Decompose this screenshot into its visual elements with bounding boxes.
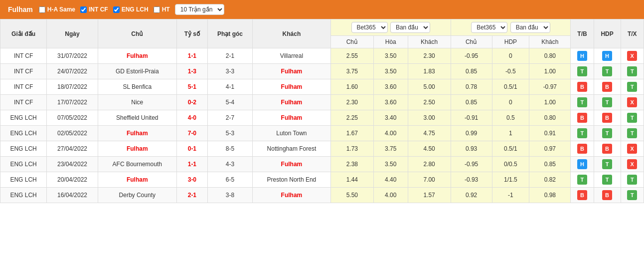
date-cell: 24/07/2022 <box>47 64 98 79</box>
date-cell: 23/04/2022 <box>47 157 98 172</box>
tx-badge: X <box>627 51 637 61</box>
hoa1-cell: 3.75 <box>373 141 408 157</box>
chu1-cell: 2.30 <box>330 95 373 110</box>
league-cell: INT CF <box>0 79 47 95</box>
int-cf-label: INT CF <box>89 6 108 13</box>
tb-badge: H <box>577 159 587 169</box>
ban-dau-dropdown-2[interactable]: Ban đầu <box>510 22 550 33</box>
table-row: ENG LCH 02/05/2022 Fulham 7-0 5-3 Luton … <box>0 126 644 141</box>
away-team: Nottingham Forest <box>267 145 317 152</box>
tx-badge: X <box>627 159 637 169</box>
tx-cell: T <box>621 64 644 79</box>
khach2-cell: 0.98 <box>529 188 571 203</box>
home-team: Nice <box>131 99 143 106</box>
away-cell: Fulham <box>252 110 330 126</box>
hdp-cell: T <box>594 172 621 188</box>
tx-cell: T <box>621 110 644 126</box>
hoa1-cell: 4.00 <box>373 126 408 141</box>
col-ty-so: Tỷ số <box>176 19 207 48</box>
score-cell: 5-1 <box>176 79 207 95</box>
away-cell: Luton Town <box>252 126 330 141</box>
sub-hoa-1: Hòa <box>373 36 408 48</box>
sub-khach-1: Khách <box>408 36 451 48</box>
home-cell: Nice <box>98 95 176 110</box>
home-cell: Fulham <box>98 48 176 64</box>
col-hdp-header: HDP <box>594 19 621 48</box>
chu2-cell: -0.95 <box>451 157 492 172</box>
khach2-cell: 0.82 <box>529 172 571 188</box>
eng-lch-checkbox[interactable] <box>113 6 120 13</box>
int-cf-checkbox[interactable] <box>80 6 87 13</box>
hdp-cell: B <box>594 141 621 157</box>
recent-matches-dropdown[interactable]: 10 Trận gần 5 Trận gần 20 Trận gần <box>175 4 224 15</box>
date-cell: 18/07/2022 <box>47 79 98 95</box>
corner-cell: 4-1 <box>208 79 253 95</box>
away-cell: Preston North End <box>252 172 330 188</box>
corner-cell: 2-1 <box>208 48 253 64</box>
khach2-cell: 0.85 <box>529 157 571 172</box>
table-row: INT CF 18/07/2022 SL Benfica 5-1 4-1 Ful… <box>0 79 644 95</box>
chu2-cell: 0.99 <box>451 126 492 141</box>
bet365-dropdown-2[interactable]: Bet365 <box>471 22 507 33</box>
hdp2-cell: 0 <box>492 48 529 64</box>
hdp-cell: T <box>594 64 621 79</box>
hdp2-cell: -1 <box>492 188 529 203</box>
tb-badge: B <box>577 144 587 154</box>
away-team: Luton Town <box>276 130 307 137</box>
ht-checkbox[interactable] <box>154 6 160 13</box>
bet365-dropdown-1[interactable]: Bet365 <box>351 22 388 33</box>
hoa1-cell: 3.60 <box>373 95 408 110</box>
corner-cell: 3-8 <box>208 188 253 203</box>
chu2-cell: -0.95 <box>451 48 492 64</box>
khach1-cell: 7.00 <box>408 172 451 188</box>
table-row: INT CF 17/07/2022 Nice 0-2 5-4 Fulham 2.… <box>0 95 644 110</box>
hoa1-cell: 3.50 <box>373 48 408 64</box>
eng-lch-label: ENG LCH <box>122 6 149 13</box>
sub-chu-2: Chủ <box>451 36 492 48</box>
col-giai-dau: Giải đấu <box>0 19 47 48</box>
tb-badge: T <box>577 175 587 185</box>
away-team: Fulham <box>281 83 303 90</box>
score-cell: 2-1 <box>176 188 207 203</box>
col-tx-header: T/X <box>621 19 644 48</box>
chu1-cell: 1.44 <box>330 172 373 188</box>
chu1-cell: 3.75 <box>330 64 373 79</box>
tx-cell: T <box>621 172 644 188</box>
khach2-cell: 1.00 <box>529 95 571 110</box>
tb-cell: B <box>571 79 594 95</box>
chu1-cell: 1.73 <box>330 141 373 157</box>
ban-dau-dropdown-1[interactable]: Ban đầu <box>390 22 430 33</box>
date-cell: 07/05/2022 <box>47 110 98 126</box>
score-cell: 7-0 <box>176 126 207 141</box>
table-row: ENG LCH 07/05/2022 Sheffield United 4-0 … <box>0 110 644 126</box>
khach2-cell: 0.91 <box>529 126 571 141</box>
date-cell: 02/05/2022 <box>47 126 98 141</box>
away-cell: Fulham <box>252 79 330 95</box>
table-row: ENG LCH 23/04/2022 AFC Bournemouth 1-1 4… <box>0 157 644 172</box>
int-cf-group: INT CF <box>80 6 108 13</box>
tx-badge: T <box>627 190 637 200</box>
ht-group: HT <box>154 6 170 13</box>
ha-same-checkbox[interactable] <box>39 6 45 13</box>
corner-cell: 6-5 <box>208 172 253 188</box>
khach1-cell: 2.30 <box>408 48 451 64</box>
tx-badge: T <box>627 175 637 185</box>
date-cell: 17/07/2022 <box>47 95 98 110</box>
col-chu: Chủ <box>98 19 176 48</box>
hdp-cell: T <box>594 126 621 141</box>
tb-cell: B <box>571 188 594 203</box>
home-cell: Sheffield United <box>98 110 176 126</box>
tx-badge: T <box>627 66 637 76</box>
tx-cell: T <box>621 79 644 95</box>
tb-badge: B <box>577 190 587 200</box>
tb-cell: B <box>571 141 594 157</box>
hdp2-cell: 1/1.5 <box>492 172 529 188</box>
date-cell: 20/04/2022 <box>47 172 98 188</box>
home-team: GD Estoril-Praia <box>116 68 159 75</box>
tx-badge: T <box>627 128 637 138</box>
league-cell: INT CF <box>0 64 47 79</box>
away-team: Fulham <box>281 161 303 168</box>
tb-cell: T <box>571 95 594 110</box>
col-phat-goc: Phạt góc <box>208 19 253 48</box>
away-team: Preston North End <box>267 176 317 183</box>
